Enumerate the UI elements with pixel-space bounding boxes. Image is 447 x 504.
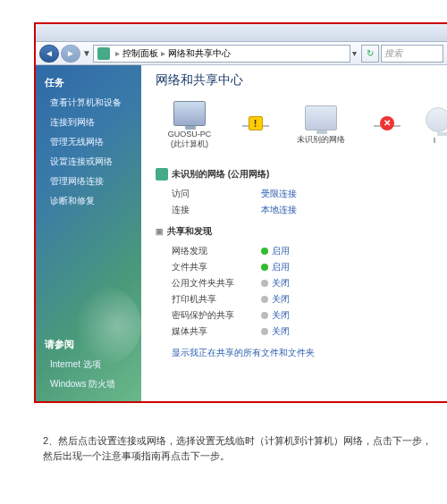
map-internet-node[interactable]: I: [426, 107, 443, 145]
share-row[interactable]: 密码保护的共享关闭: [156, 307, 440, 323]
share-row[interactable]: 文件共享启用: [156, 259, 440, 275]
toolbar: ◄ ► ▼ ▸ 控制面板 ▸ 网络和共享中心 ▾ ↻ 搜索: [36, 42, 447, 65]
network-icon: [305, 105, 337, 130]
pc-icon: [173, 101, 206, 126]
pc-name: GUOSU-PC: [163, 130, 216, 139]
forward-button[interactable]: ►: [61, 45, 80, 63]
collapse-icon[interactable]: ▣: [156, 227, 164, 236]
sidebar-item-wireless[interactable]: 管理无线网络: [36, 132, 141, 152]
unknown-network-heading: 未识别的网络 (公用网络): [156, 168, 440, 181]
status-dot-icon: [261, 328, 268, 335]
share-row[interactable]: 网络发现启用: [156, 243, 440, 259]
seealso-heading: 请参阅: [36, 334, 141, 355]
connection-row: 连接本地连接: [156, 202, 440, 218]
access-row: 访问受限连接: [156, 186, 440, 202]
network-name: 未识别的网络: [294, 134, 348, 146]
pc-sub: (此计算机): [163, 139, 216, 150]
search-input[interactable]: 搜索: [381, 45, 443, 63]
internet-name: I: [426, 136, 443, 145]
seealso-internet-options[interactable]: Internet 选项: [36, 355, 141, 374]
seealso-firewall[interactable]: Windows 防火墙: [36, 374, 141, 394]
page-title: 网络和共享中心: [156, 72, 447, 88]
connection-line: !: [242, 125, 269, 127]
share-row[interactable]: 打印机共享关闭: [156, 291, 440, 307]
network-status-icon: [156, 168, 168, 181]
connection-line: ✕: [374, 125, 401, 127]
status-dot-icon: [261, 264, 268, 271]
share-row[interactable]: 媒体共享关闭: [156, 323, 440, 340]
sidebar: 任务 查看计算机和设备 连接到网络 管理无线网络 设置连接或网络 管理网络连接 …: [36, 65, 141, 401]
globe-icon: [426, 107, 447, 132]
refresh-button[interactable]: ↻: [361, 45, 379, 63]
map-network-node[interactable]: 未识别的网络: [294, 105, 348, 146]
status-dot-icon: [261, 248, 268, 255]
network-map: GUOSU-PC (此计算机) ! 未识别的网络 ✕ I: [156, 101, 447, 161]
window-titlebar: [36, 24, 447, 42]
sidebar-item-setup[interactable]: 设置连接或网络: [36, 152, 141, 172]
breadcrumb[interactable]: ▸ 控制面板 ▸ 网络和共享中心: [93, 45, 350, 63]
status-dot-icon: [261, 296, 268, 303]
back-button[interactable]: ◄: [39, 45, 59, 63]
sharing-heading: ▣ 共享和发现: [156, 225, 440, 238]
breadcrumb-item[interactable]: 控制面板: [122, 47, 158, 60]
main-content: 网络和共享中心 GUOSU-PC (此计算机) ! 未识别的网络 ✕: [141, 65, 447, 401]
sidebar-item-manage[interactable]: 管理网络连接: [36, 172, 141, 191]
path-dropdown[interactable]: ▾: [352, 48, 361, 58]
sidebar-item-connect[interactable]: 连接到网络: [36, 113, 141, 132]
breadcrumb-item[interactable]: 网络和共享中心: [168, 47, 231, 60]
show-shared-link[interactable]: 显示我正在共享的所有文件和文件夹: [156, 347, 447, 359]
sidebar-item-diagnose[interactable]: 诊断和修复: [36, 191, 141, 211]
warning-icon: !: [249, 116, 263, 130]
history-dropdown[interactable]: ▼: [82, 48, 91, 58]
map-pc-node[interactable]: GUOSU-PC (此计算机): [163, 101, 216, 150]
share-row[interactable]: 公用文件夹共享关闭: [156, 275, 440, 291]
chevron-right-icon: ▸: [161, 48, 165, 58]
document-text: 2、然后点击设置连接或网络，选择设置无线临时（计算机到计算机）网络，点击下一步，…: [43, 433, 438, 463]
tasks-heading: 任务: [36, 72, 141, 93]
control-panel-icon: [97, 47, 110, 60]
status-dot-icon: [261, 312, 268, 319]
sidebar-item-devices[interactable]: 查看计算机和设备: [36, 93, 141, 113]
chevron-right-icon: ▸: [115, 48, 120, 58]
status-dot-icon: [261, 280, 268, 287]
error-icon: ✕: [380, 116, 394, 130]
